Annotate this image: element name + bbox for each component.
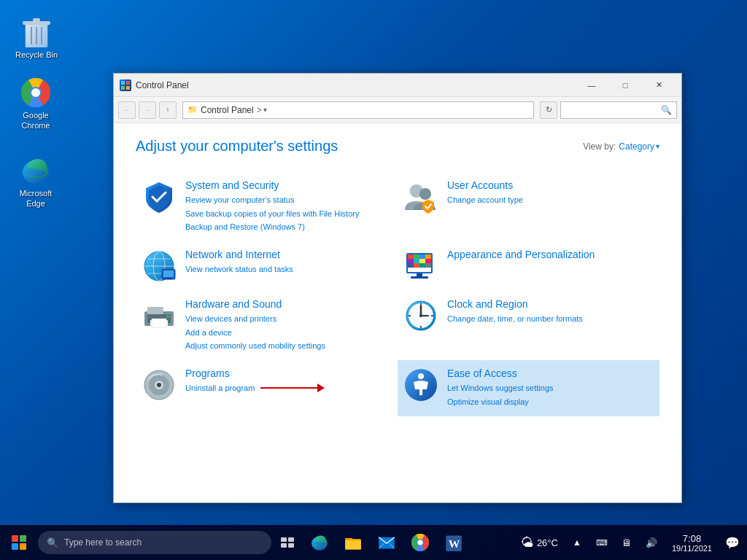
- svg-rect-66: [281, 543, 287, 548]
- hardware-sound-icon: [142, 298, 177, 333]
- svg-rect-42: [411, 276, 428, 279]
- close-button[interactable]: ✕: [642, 74, 676, 97]
- google-chrome-image: [21, 78, 50, 107]
- taskbar-word[interactable]: W: [438, 526, 470, 559]
- link-mobility-settings[interactable]: Adjust commonly used mobility settings: [185, 339, 392, 353]
- view-by-arrow: ▾: [656, 142, 659, 150]
- network-internet-title[interactable]: Network and Internet: [185, 249, 392, 260]
- taskbar-volume-icon[interactable]: 🔊: [640, 526, 663, 559]
- network-internet-icon: [142, 249, 177, 284]
- link-change-date[interactable]: Change date, time, or number formats: [447, 312, 654, 326]
- taskbar-keyboard-icon[interactable]: ⌨: [590, 526, 614, 559]
- window-title-icon: [120, 79, 131, 91]
- taskbar-chevron-up[interactable]: ▲: [565, 526, 589, 559]
- category-hardware-sound[interactable]: Hardware and Sound View devices and prin…: [136, 291, 398, 360]
- system-security-icon: [142, 179, 177, 214]
- svg-rect-3: [33, 18, 40, 22]
- category-user-accounts[interactable]: User Accounts Change account type: [398, 172, 659, 241]
- taskbar-search[interactable]: 🔍 Type here to search: [38, 531, 271, 554]
- taskbar-weather[interactable]: 🌤 26°C: [515, 526, 564, 559]
- svg-point-77: [417, 540, 422, 545]
- ease-of-access-title[interactable]: Ease of Access: [447, 368, 654, 379]
- svg-rect-36: [425, 259, 431, 263]
- clock-region-title[interactable]: Clock and Region: [447, 298, 654, 310]
- weather-icon: 🌤: [521, 535, 534, 551]
- link-network-status[interactable]: View network status and tasks: [185, 262, 392, 276]
- svg-rect-34: [414, 259, 419, 263]
- taskbar-edge[interactable]: [303, 526, 336, 559]
- window-content: Adjust your computer's settings View by:…: [114, 123, 681, 502]
- minimize-button[interactable]: —: [575, 74, 608, 97]
- svg-point-10: [31, 88, 40, 97]
- svg-rect-30: [414, 254, 419, 259]
- taskbar-network-icon[interactable]: 🖥: [615, 526, 638, 559]
- link-view-devices[interactable]: View devices and printers: [185, 312, 392, 326]
- taskbar-clock[interactable]: 7:08 19/11/2021: [665, 526, 719, 559]
- taskbar-edge-icon: [311, 534, 328, 551]
- appearance-title[interactable]: Appearance and Personalization: [447, 249, 654, 260]
- address-dropdown[interactable]: ▾: [262, 106, 268, 114]
- task-view-button[interactable]: [274, 526, 301, 559]
- svg-rect-45: [147, 307, 163, 314]
- up-button[interactable]: ↑: [159, 101, 177, 119]
- search-input[interactable]: [565, 106, 661, 114]
- task-view-icon: [281, 537, 294, 548]
- category-ease-of-access[interactable]: Ease of Access Let Windows suggest setti…: [398, 360, 659, 416]
- taskbar-file-explorer[interactable]: [337, 526, 369, 559]
- taskbar-mail[interactable]: [371, 526, 403, 559]
- window-title-text: Control Panel: [136, 80, 575, 90]
- link-file-history[interactable]: Save backup copies of your files with Fi…: [185, 207, 392, 221]
- start-icon: [12, 535, 26, 550]
- taskbar-system-tray: 🌤 26°C ▲ ⌨ 🖥 🔊 7:08 19/11/2021 💬: [515, 526, 744, 559]
- user-accounts-icon: [403, 179, 438, 214]
- category-network-internet[interactable]: Network and Internet View network status…: [136, 241, 398, 291]
- window-toolbar: ← → ↑ 📁 Control Panel > ▾ ↻ 🔍: [114, 97, 681, 123]
- svg-rect-35: [419, 259, 425, 263]
- link-optimize-visual[interactable]: Optimize visual display: [447, 395, 654, 409]
- category-system-security[interactable]: System and Security Review your computer…: [136, 172, 398, 241]
- svg-rect-29: [408, 254, 414, 259]
- search-box[interactable]: 🔍: [560, 101, 677, 119]
- microsoft-edge-icon[interactable]: Microsoft Edge: [7, 153, 65, 212]
- svg-rect-41: [417, 273, 422, 276]
- start-button[interactable]: [3, 526, 35, 559]
- uninstall-link-row: Uninstall a program: [185, 381, 392, 395]
- hardware-sound-title[interactable]: Hardware and Sound: [185, 298, 392, 310]
- link-windows-suggest[interactable]: Let Windows suggest settings: [447, 381, 654, 395]
- user-accounts-title[interactable]: User Accounts: [447, 179, 654, 191]
- system-security-content: System and Security Review your computer…: [185, 179, 392, 234]
- link-review-status[interactable]: Review your computer's status: [185, 193, 392, 207]
- system-security-title[interactable]: System and Security: [185, 179, 392, 191]
- link-uninstall[interactable]: Uninstall a program: [185, 381, 255, 395]
- taskbar-mail-icon: [378, 534, 395, 551]
- address-bar[interactable]: 📁 Control Panel > ▾: [182, 101, 534, 119]
- google-chrome-icon[interactable]: Google Chrome: [7, 75, 65, 134]
- programs-title[interactable]: Programs: [185, 368, 392, 379]
- taskbar-chrome-icon: [411, 534, 429, 551]
- category-clock-region[interactable]: Clock and Region Change date, time, or n…: [398, 291, 659, 360]
- ease-of-access-content: Ease of Access Let Windows suggest setti…: [447, 368, 654, 408]
- search-icon[interactable]: 🔍: [661, 105, 672, 115]
- svg-rect-39: [419, 263, 425, 268]
- microsoft-edge-label: Microsoft Edge: [9, 188, 62, 209]
- forward-button[interactable]: →: [139, 101, 156, 119]
- programs-links: Uninstall a program: [185, 381, 392, 395]
- refresh-button[interactable]: ↻: [540, 101, 557, 119]
- taskbar-notification[interactable]: 💬: [721, 526, 744, 559]
- link-add-device[interactable]: Add a device: [185, 326, 392, 340]
- maximize-button[interactable]: □: [608, 74, 642, 97]
- taskbar-chrome[interactable]: [404, 526, 436, 559]
- recycle-bin-icon[interactable]: Recycle Bin: [7, 15, 66, 63]
- programs-content: Programs Uninstall a program: [185, 368, 392, 395]
- svg-rect-67: [288, 543, 294, 548]
- svg-rect-13: [126, 81, 130, 85]
- network-internet-links: View network status and tasks: [185, 262, 392, 276]
- back-button[interactable]: ←: [118, 101, 136, 119]
- link-backup-restore[interactable]: Backup and Restore (Windows 7): [185, 220, 392, 234]
- view-by-value[interactable]: Category: [619, 141, 654, 152]
- link-change-account[interactable]: Change account type: [447, 193, 654, 207]
- category-appearance[interactable]: Appearance and Personalization: [398, 241, 659, 291]
- address-path: Control Panel: [201, 105, 254, 115]
- recycle-bin-image: [22, 18, 51, 47]
- category-programs[interactable]: Programs Uninstall a program: [136, 360, 398, 416]
